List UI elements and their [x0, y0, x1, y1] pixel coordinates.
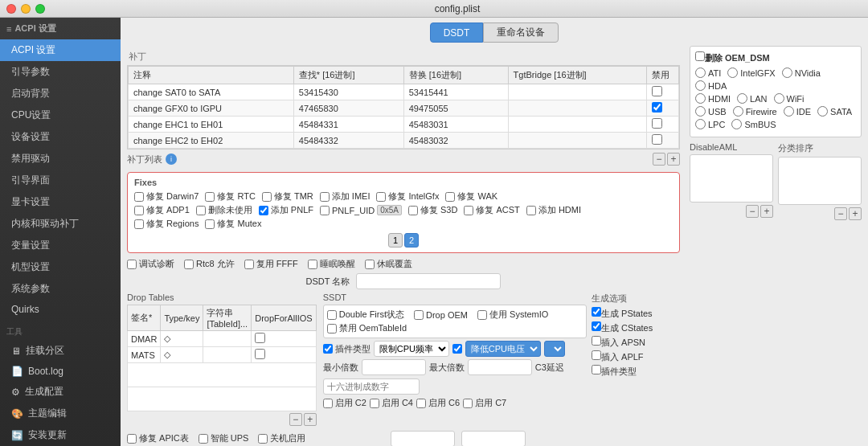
tool-sleep-wake[interactable]: 睡眠唤醒: [308, 258, 355, 270]
add-patch-button[interactable]: +: [667, 153, 680, 166]
fix-del-unused[interactable]: 删除未使用: [196, 204, 252, 216]
cell-disabled[interactable]: [647, 100, 679, 117]
gen-pstates[interactable]: 生成 PStates: [592, 307, 680, 320]
table-row[interactable]: MATS ◇: [128, 347, 317, 363]
tool-ffff[interactable]: 复用 FFFF: [244, 258, 298, 270]
reset-addr-input[interactable]: 0x64: [391, 431, 455, 446]
sidebar-item-acpi[interactable]: ACPI 设置: [0, 39, 121, 61]
oem-usb[interactable]: USB: [695, 106, 727, 117]
del-oem-dsm[interactable]: 删除 OEM_DSM: [695, 51, 856, 64]
sidebar-item-sys-params[interactable]: 系统参数: [0, 278, 121, 300]
disabled-checkbox[interactable]: [652, 118, 662, 129]
ssdt-drop-oem[interactable]: Drop OEM: [414, 309, 468, 321]
sidebar-item-mount[interactable]: 🖥 挂载分区: [0, 340, 121, 362]
sidebar-item-theme[interactable]: 🎨 主题编辑: [0, 403, 121, 424]
disabled-checkbox[interactable]: [652, 102, 662, 113]
dsdt-name-input[interactable]: [356, 273, 501, 289]
sidebar-item-boot-params[interactable]: 引导参数: [0, 61, 121, 83]
oem-wifi[interactable]: WiFi: [774, 93, 805, 104]
remove-aml-button[interactable]: −: [746, 205, 759, 218]
smart-ups[interactable]: 智能 UPS: [199, 432, 249, 444]
oem-lpc[interactable]: LPC: [695, 119, 725, 129]
fix-adp1[interactable]: 修复 ADP1: [134, 204, 190, 216]
voltage-select2[interactable]: [544, 341, 565, 357]
remove-sort-button[interactable]: −: [834, 207, 847, 220]
sidebar-item-quirks[interactable]: Quirks: [0, 300, 121, 319]
gen-aplf[interactable]: 插入 APLF: [592, 350, 680, 363]
minimize-button[interactable]: [21, 4, 31, 14]
oem-lan[interactable]: LAN: [737, 93, 767, 104]
oem-smbus[interactable]: SmBUS: [731, 119, 776, 129]
disable-aml-list[interactable]: [690, 154, 773, 203]
fix-tmr[interactable]: 修复 TMR: [262, 190, 313, 203]
oem-ati[interactable]: ATI: [695, 68, 721, 78]
sidebar-item-gpu[interactable]: 显卡设置: [0, 191, 121, 213]
plugin-checkbox[interactable]: 插件类型: [323, 343, 371, 355]
max-input[interactable]: [468, 359, 532, 375]
fix-pnlf-uid[interactable]: PNLF_UID 0x5A: [320, 204, 402, 216]
enable-c7[interactable]: 启用 C7: [463, 397, 506, 409]
tool-hibernate[interactable]: 休眠覆盖: [365, 258, 412, 270]
sidebar-item-kernel[interactable]: 内核和驱动补丁: [0, 213, 121, 235]
shutdown-enable[interactable]: 关机启用: [258, 432, 305, 444]
patch-table-container[interactable]: 注释 查找* [16进制] 替换 [16进制] TgtBridge [16进制]…: [127, 65, 680, 149]
sidebar-item-disable-driver[interactable]: 禁用驱动: [0, 148, 121, 170]
table-row[interactable]: change EHC1 to EH01 45484331 45483031: [129, 117, 679, 133]
remove-drop-button[interactable]: −: [289, 413, 302, 426]
fix-intelgfx[interactable]: 修复 IntelGfx: [376, 190, 439, 203]
sidebar-item-boot-ui[interactable]: 引导界面: [0, 170, 121, 191]
sidebar-item-gen-config[interactable]: ⚙ 生成配置: [0, 381, 121, 403]
table-row[interactable]: change EHC2 to EH02 45484332 45483032: [129, 133, 679, 149]
cpu-limit-select[interactable]: 限制CPU频率: [374, 341, 449, 357]
gen-plugin[interactable]: 插件类型: [592, 365, 680, 378]
tab-dsdt[interactable]: DSDT: [430, 23, 484, 43]
sidebar-item-bootlog[interactable]: 📄 Boot.log: [0, 362, 121, 381]
add-aml-button[interactable]: +: [760, 205, 773, 218]
min-input[interactable]: [362, 359, 426, 375]
oem-sata[interactable]: SATA: [817, 106, 852, 117]
page-2-button[interactable]: 2: [404, 233, 419, 248]
table-row[interactable]: DMAR ◇: [128, 331, 317, 347]
oem-firewire[interactable]: Firewire: [733, 106, 777, 117]
table-row[interactable]: change SAT0 to SATA 53415430 53415441: [129, 84, 679, 100]
close-button[interactable]: [6, 4, 16, 14]
sidebar-item-model[interactable]: 机型设置: [0, 256, 121, 278]
fix-acst[interactable]: 修复 ACST: [464, 204, 519, 216]
fix-imei[interactable]: 添加 IMEI: [320, 190, 371, 203]
gen-apsn[interactable]: 插入 APSN: [592, 336, 680, 349]
lower-voltage-checkbox[interactable]: [452, 344, 462, 354]
c3-input[interactable]: [323, 378, 420, 395]
fix-rtc[interactable]: 修复 RTC: [205, 190, 255, 203]
disabled-checkbox[interactable]: [652, 86, 662, 96]
cell-drop[interactable]: [252, 331, 317, 347]
fix-hdmi[interactable]: 添加 HDMI: [526, 204, 581, 216]
sidebar-item-devices[interactable]: 设备设置: [0, 126, 121, 148]
ssdt-use-systemio[interactable]: 使用 SystemIO: [477, 309, 548, 321]
oem-hdmi[interactable]: HDMI: [695, 93, 731, 104]
enable-c4[interactable]: 启用 C4: [370, 397, 413, 409]
oem-ide[interactable]: IDE: [784, 106, 811, 117]
cell-drop[interactable]: [252, 347, 317, 363]
fix-apic[interactable]: 修复 APIC表: [127, 432, 189, 444]
ssdt-double-first[interactable]: Double First状态: [327, 309, 404, 321]
fix-mutex[interactable]: 修复 Mutex: [205, 218, 261, 230]
sidebar-item-boot-bg[interactable]: 启动背景: [0, 83, 121, 104]
cell-disabled[interactable]: [647, 117, 679, 133]
cell-disabled[interactable]: [647, 133, 679, 149]
sort-list[interactable]: [778, 157, 862, 205]
tool-rtc8[interactable]: Rtc8 允许: [184, 258, 235, 270]
table-row[interactable]: change GFX0 to IGPU 47465830 49475055: [129, 100, 679, 117]
sidebar-item-cpu[interactable]: CPU设置: [0, 104, 121, 126]
sidebar-item-update[interactable]: 🔄 安装更新: [0, 424, 121, 446]
page-1-button[interactable]: 1: [388, 233, 403, 248]
oem-hda[interactable]: HDA: [695, 80, 727, 91]
fix-add-pnlf[interactable]: 添加 PNLF: [259, 204, 313, 216]
add-sort-button[interactable]: +: [849, 207, 862, 220]
ssdt-disable-oem[interactable]: 禁用 OemTableId: [327, 322, 407, 334]
remove-patch-button[interactable]: −: [653, 153, 665, 166]
fix-wak[interactable]: 修复 WAK: [445, 190, 497, 203]
add-drop-button[interactable]: +: [304, 413, 317, 426]
reset-val-input[interactable]: 0xFE: [461, 431, 526, 446]
sidebar-item-vars[interactable]: 变量设置: [0, 235, 121, 256]
fix-s3d[interactable]: 修复 S3D: [408, 204, 457, 216]
